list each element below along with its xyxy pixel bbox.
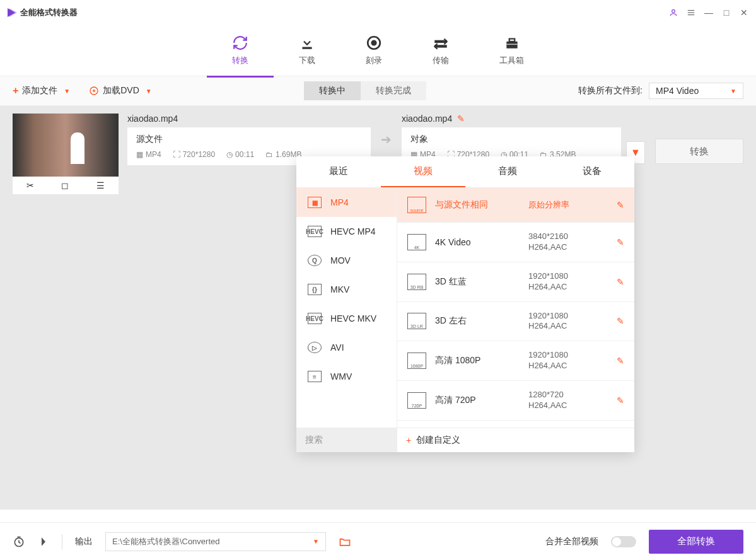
edit-name-icon[interactable]: ✎ xyxy=(457,114,465,124)
popup-tab-device[interactable]: 设备 xyxy=(550,156,634,187)
content-area: ✂ ◻ ☰ xiaodao.mp4 源文件 ▦ MP4 ⛶ 720*1280 ◷… xyxy=(0,106,756,510)
video-thumbnail[interactable] xyxy=(13,114,119,177)
minimize-icon[interactable]: — xyxy=(704,8,713,17)
avi-icon: ▷ xyxy=(308,342,322,353)
edit-preset-icon[interactable]: ✎ xyxy=(617,395,624,405)
svg-rect-10 xyxy=(509,39,515,42)
merge-toggle[interactable] xyxy=(611,536,636,547)
maximize-icon[interactable]: □ xyxy=(722,8,731,17)
fmt-mkv[interactable]: {}MKV xyxy=(296,275,397,304)
preset-3d-rb[interactable]: 3D RB 3D 红蓝 1920*1080H264,AAC✎ xyxy=(397,262,634,302)
fmt-hevc-mp4[interactable]: HEVCHEVC MP4 xyxy=(296,217,397,246)
preset-1080p[interactable]: 1080P 高清 1080P 1920*1080H264,AAC✎ xyxy=(397,341,634,381)
titlebar: 全能格式转换器 — □ ✕ xyxy=(0,0,756,25)
src-duration: ◷ 00:11 xyxy=(226,150,254,159)
format-select[interactable]: MP4 Video ▼ xyxy=(649,83,743,99)
fmt-mov[interactable]: QMOV xyxy=(296,246,397,275)
tab-done[interactable]: 转换完成 xyxy=(361,81,426,100)
convert-button[interactable]: 转换 xyxy=(655,139,743,164)
tab-converting[interactable]: 转换中 xyxy=(304,81,361,100)
preset-4k[interactable]: 4K 4K Video 3840*2160H264,AAC✎ xyxy=(397,223,634,262)
hevc-icon: HEVC xyxy=(308,313,322,324)
svg-point-6 xyxy=(372,41,376,45)
preset-icon: 1080P xyxy=(407,353,426,369)
edit-preset-icon[interactable]: ✎ xyxy=(617,237,624,247)
chevron-down-icon: ▼ xyxy=(313,538,319,545)
preset-3d-lr[interactable]: 3D LR 3D 左右 1920*1080H264,AAC✎ xyxy=(397,302,634,342)
add-file-label: 添加文件 xyxy=(22,85,57,96)
output-label: 输出 xyxy=(75,536,93,547)
create-custom-button[interactable]: + 创建自定义 xyxy=(397,428,634,452)
target-filename: xiaodao.mp4 xyxy=(402,114,452,124)
fmt-hevc-mkv[interactable]: HEVCHEVC MKV xyxy=(296,304,397,333)
open-folder-icon[interactable] xyxy=(339,535,351,548)
speed-icon[interactable] xyxy=(38,536,49,547)
add-file-button[interactable]: + 添加文件 ▼ xyxy=(13,85,70,96)
format-list: ▦MP4 HEVCHEVC MP4 QMOV {}MKV HEVCHEVC MK… xyxy=(296,188,397,428)
fmt-mp4[interactable]: ▦MP4 xyxy=(296,188,397,217)
nav-transfer[interactable]: 传输 xyxy=(433,35,449,66)
preset-icon: source xyxy=(407,197,426,213)
app-logo-icon xyxy=(8,8,15,17)
output-path-select[interactable]: E:\全能格式转换器\Converted ▼ xyxy=(105,532,326,551)
app-title: 全能格式转换器 xyxy=(20,7,78,18)
preset-list: source 与源文件相同 原始分辨率✎ 4K 4K Video 3840*21… xyxy=(397,188,634,428)
chevron-down-icon: ▼ xyxy=(64,88,70,95)
close-icon[interactable]: ✕ xyxy=(740,8,748,17)
main-nav: 转换 下载 刻录 传输 工具箱 xyxy=(0,25,756,76)
hevc-icon: HEVC xyxy=(308,226,322,237)
search-input[interactable]: 搜索 xyxy=(296,428,397,452)
clock-icon[interactable] xyxy=(13,535,25,548)
mkv-icon: {} xyxy=(308,284,322,295)
source-title: 源文件 xyxy=(136,134,362,145)
load-dvd-label: 加载DVD xyxy=(103,85,139,96)
edit-preset-icon[interactable]: ✎ xyxy=(617,356,624,366)
edit-preset-icon[interactable]: ✎ xyxy=(617,277,624,287)
toolbar: + 添加文件 ▼ 加载DVD ▼ 转换中 转换完成 转换所有文件到: MP4 V… xyxy=(0,76,756,106)
disc-icon xyxy=(89,86,99,96)
settings-icon[interactable]: ☰ xyxy=(96,180,105,190)
convert-icon xyxy=(232,35,248,51)
src-format: ▦ MP4 xyxy=(136,150,161,159)
nav-toolbox[interactable]: 工具箱 xyxy=(499,35,524,66)
load-dvd-button[interactable]: 加载DVD ▼ xyxy=(89,85,151,96)
film-icon: ▦ xyxy=(308,197,322,208)
nav-toolbox-label: 工具箱 xyxy=(499,55,524,66)
fmt-avi[interactable]: ▷AVI xyxy=(296,333,397,362)
convert-all-button[interactable]: 全部转换 xyxy=(649,530,743,554)
target-title: 对象 xyxy=(410,134,612,145)
svg-point-0 xyxy=(672,9,675,13)
src-resolution: ⛶ 720*1280 xyxy=(173,150,215,159)
preset-icon: 3D RB xyxy=(407,274,426,290)
cut-icon[interactable]: ✂ xyxy=(26,180,34,190)
edit-preset-icon[interactable]: ✎ xyxy=(617,316,624,326)
transfer-icon xyxy=(433,35,449,51)
preset-icon: 4K xyxy=(407,234,426,250)
popup-tab-recent[interactable]: 最近 xyxy=(296,156,381,187)
burn-icon xyxy=(366,35,382,51)
mov-icon: Q xyxy=(308,255,322,266)
svg-point-12 xyxy=(90,87,98,95)
preset-same-as-source[interactable]: source 与源文件相同 原始分辨率✎ xyxy=(397,188,634,223)
nav-convert[interactable]: 转换 xyxy=(232,35,248,66)
nav-burn[interactable]: 刻录 xyxy=(366,35,382,66)
plus-icon: + xyxy=(13,85,18,96)
nav-download[interactable]: 下载 xyxy=(299,35,315,66)
nav-transfer-label: 传输 xyxy=(433,55,449,66)
preset-720p[interactable]: 720P 高清 720P 1280*720H264,AAC✎ xyxy=(397,381,634,421)
wmv-icon: ≡ xyxy=(308,371,322,382)
source-filename: xiaodao.mp4 xyxy=(127,114,178,124)
edit-preset-icon[interactable]: ✎ xyxy=(617,200,624,210)
svg-rect-4 xyxy=(302,47,311,49)
chevron-down-icon: ▼ xyxy=(730,88,736,95)
popup-tab-video[interactable]: 视频 xyxy=(381,156,465,187)
format-selected-value: MP4 Video xyxy=(656,86,699,96)
chevron-down-icon: ▼ xyxy=(146,88,152,95)
download-icon xyxy=(299,35,315,51)
user-icon[interactable] xyxy=(669,8,678,17)
nav-burn-label: 刻录 xyxy=(366,55,382,66)
menu-icon[interactable] xyxy=(687,8,695,17)
crop-icon[interactable]: ◻ xyxy=(61,180,69,190)
fmt-wmv[interactable]: ≡WMV xyxy=(296,362,397,391)
popup-tab-audio[interactable]: 音频 xyxy=(465,156,550,187)
